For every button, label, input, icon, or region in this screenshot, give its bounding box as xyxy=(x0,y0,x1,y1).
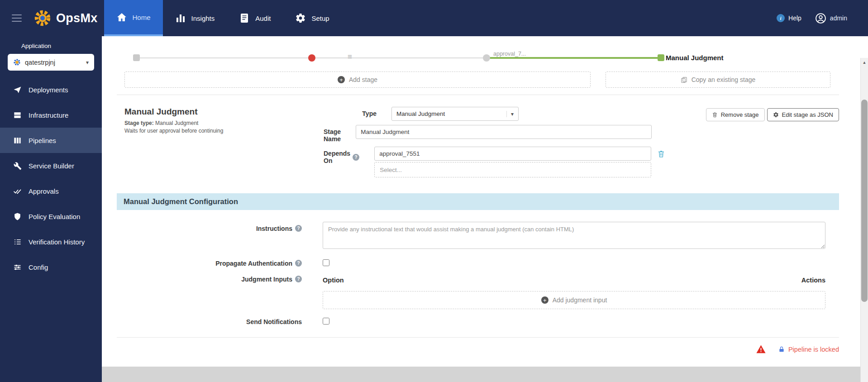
sidebar-item-label: Deployments xyxy=(29,86,68,94)
copy-stage-label: Copy an existing stage xyxy=(692,76,756,83)
sidebar-item-infrastructure[interactable]: Infrastructure xyxy=(0,102,102,128)
add-judgment-input-button[interactable]: Add judgment input xyxy=(323,291,825,309)
remove-dependency-trash-icon[interactable] xyxy=(657,150,665,158)
help-icon[interactable] xyxy=(295,225,302,232)
gear-icon xyxy=(295,13,306,24)
tab-setup-label: Setup xyxy=(311,14,329,22)
stage-node-selected[interactable] xyxy=(658,54,664,61)
tab-insights-label: Insights xyxy=(191,14,215,22)
opsmx-brand[interactable]: OpsMx xyxy=(33,0,104,36)
tab-setup[interactable]: Setup xyxy=(283,0,341,36)
tab-home-label: Home xyxy=(133,14,151,21)
stage-actions-row: Add stage Copy an existing stage xyxy=(124,72,830,88)
instructions-label-text: Instructions xyxy=(256,225,292,232)
depends-on-input[interactable] xyxy=(374,147,651,161)
stage-grip-icon xyxy=(348,53,352,62)
trash-icon xyxy=(712,112,718,118)
sidebar-item-label: Service Builder xyxy=(29,162,74,170)
stage-type-line: Stage type: Manual Judgment xyxy=(124,120,324,126)
sidebar-item-approvals[interactable]: Approvals xyxy=(0,178,102,204)
stage-node-failed[interactable] xyxy=(308,54,315,62)
info-icon xyxy=(777,14,785,22)
help-link[interactable]: Help xyxy=(777,14,801,22)
sidebar-item-policy-evaluation[interactable]: Policy Evaluation xyxy=(0,204,102,229)
send-notifications-checkbox[interactable] xyxy=(323,318,329,325)
pipelines-icon xyxy=(13,136,22,145)
actions-column-header: Actions xyxy=(801,277,825,284)
sidebar-item-service-builder[interactable]: Service Builder xyxy=(0,153,102,178)
stage-node-approval[interactable] xyxy=(483,54,490,62)
tab-audit[interactable]: Audit xyxy=(227,0,283,36)
type-label: Type xyxy=(324,110,377,117)
sidebar-item-label: Config xyxy=(29,263,48,271)
application-logo-icon xyxy=(13,58,21,66)
scrollbar-thumb[interactable] xyxy=(861,100,868,302)
add-stage-button[interactable]: Add stage xyxy=(124,72,591,88)
tab-home[interactable]: Home xyxy=(104,0,163,36)
home-icon xyxy=(116,12,127,23)
stage-label-approval[interactable]: approval_7... xyxy=(492,51,527,57)
judgment-inputs-table-header: Option Actions xyxy=(323,276,825,284)
menu-toggle-button[interactable] xyxy=(0,0,33,36)
sidebar: Application qatestrpjnj Deployments Infr… xyxy=(0,36,102,382)
depends-on-label-text: Depends On xyxy=(324,150,350,164)
option-column-header: Option xyxy=(323,277,344,284)
application-selector[interactable]: qatestrpjnj xyxy=(8,54,94,71)
tab-insights[interactable]: Insights xyxy=(163,0,227,36)
vertical-scrollbar[interactable] xyxy=(860,58,868,382)
stage-header-buttons: Remove stage Edit stage as JSON xyxy=(706,107,839,121)
edit-stage-json-button[interactable]: Edit stage as JSON xyxy=(767,108,839,121)
sidebar-item-deployments[interactable]: Deployments xyxy=(0,77,102,102)
add-stage-label: Add stage xyxy=(349,76,377,83)
copy-existing-stage-button[interactable]: Copy an existing stage xyxy=(606,72,830,88)
sidebar-item-pipelines[interactable]: Pipelines xyxy=(0,128,102,153)
user-name: admin xyxy=(830,14,847,22)
pipeline-graph: approval_7... Manual Judgment xyxy=(117,36,839,65)
help-icon[interactable] xyxy=(353,154,359,161)
infrastructure-icon xyxy=(13,111,22,119)
application-section-label: Application xyxy=(21,43,102,49)
stage-name-input[interactable] xyxy=(356,125,652,139)
instructions-textarea[interactable] xyxy=(323,222,825,249)
chevron-down-icon xyxy=(506,111,514,117)
application-name: qatestrpjnj xyxy=(25,59,55,66)
bar-chart-icon xyxy=(175,13,186,24)
deployments-icon xyxy=(13,86,22,94)
stage-name-label-text: Stage Name xyxy=(324,128,341,143)
shield-icon xyxy=(13,212,22,221)
sidebar-item-verification-history[interactable]: Verification History xyxy=(0,229,102,254)
help-icon[interactable] xyxy=(295,276,302,282)
instructions-label: Instructions xyxy=(117,222,302,251)
plus-circle-icon xyxy=(338,76,345,83)
depends-on-select-placeholder[interactable]: Select... xyxy=(374,162,651,177)
help-icon[interactable] xyxy=(295,260,302,267)
stage-name-label: Stage Name xyxy=(324,128,341,143)
depends-on-label: Depends On xyxy=(324,150,359,164)
sidebar-item-label: Infrastructure xyxy=(29,111,68,119)
propagate-authentication-row: Propagate Authentication xyxy=(117,258,839,268)
scrollbar-up-arrow-icon[interactable] xyxy=(861,58,868,67)
judgment-inputs-row: Judgment Inputs Option Actions Add judgm… xyxy=(117,276,839,309)
send-notifications-label: Send Notifications xyxy=(117,317,302,326)
propagate-authentication-checkbox[interactable] xyxy=(323,259,329,266)
edit-stage-json-label: Edit stage as JSON xyxy=(782,111,833,118)
chevron-down-icon xyxy=(86,59,89,66)
stage-type-select[interactable]: Manual Judgment xyxy=(391,107,519,121)
pipeline-locked-indicator[interactable]: Pipeline is locked xyxy=(778,346,839,353)
stage-name-row: Stage Name xyxy=(324,125,640,143)
opsmx-logo-icon xyxy=(33,9,52,27)
instructions-row: Instructions xyxy=(117,222,839,251)
remove-stage-button[interactable]: Remove stage xyxy=(706,108,765,121)
send-notifications-row: Send Notifications xyxy=(117,317,839,326)
validation-warning[interactable] xyxy=(756,344,766,354)
sliders-icon xyxy=(13,263,22,272)
primary-nav: Home Insights Audit Setup xyxy=(104,0,342,36)
sidebar-item-config[interactable]: Config xyxy=(0,254,102,280)
stage-node-start[interactable] xyxy=(133,54,140,61)
warning-icon xyxy=(756,344,766,354)
stage-title: Manual Judgment xyxy=(124,107,324,117)
send-notifications-label-text: Send Notifications xyxy=(246,318,302,325)
user-menu[interactable]: admin xyxy=(815,13,847,24)
stage-label-selected[interactable]: Manual Judgment xyxy=(666,54,724,62)
sidebar-item-label: Verification History xyxy=(29,238,85,246)
